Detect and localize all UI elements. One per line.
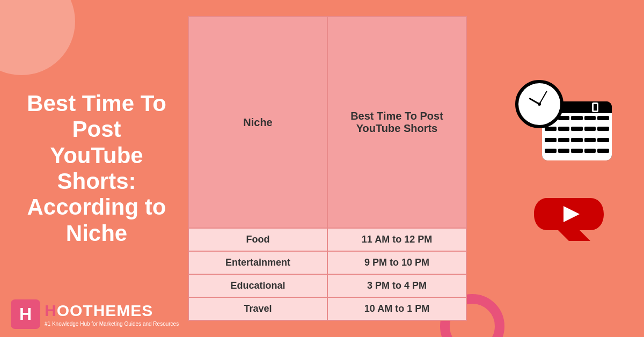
main-title: Best Time To Post YouTube Shorts: Accord… xyxy=(27,91,166,246)
brand-logo-h: H xyxy=(45,302,57,319)
cal-dot xyxy=(558,149,570,153)
niche-cell: Entertainment xyxy=(189,252,328,274)
header-niche-label: Niche xyxy=(243,116,272,129)
brand-tagline: #1 Knowledge Hub for Marketing Guides an… xyxy=(45,321,179,327)
cal-dot xyxy=(584,116,596,120)
cal-dot xyxy=(571,116,583,120)
brand-name: HOOTHEMES xyxy=(45,302,179,320)
niche-cell: Food xyxy=(189,229,328,251)
clock-center-dot xyxy=(538,102,541,106)
cal-dot xyxy=(597,149,609,153)
time-cell: 3 PM to 4 PM xyxy=(328,275,466,297)
table-row: Educational 3 PM to 4 PM xyxy=(189,275,466,298)
brand-name-rest: OOTHEMES xyxy=(57,302,153,319)
youtube-shorts-icon xyxy=(521,182,606,257)
calendar-knob-right xyxy=(592,102,598,112)
data-table: Niche Best Time To Post YouTube Shorts F… xyxy=(188,16,467,321)
niche-value: Travel xyxy=(244,303,272,314)
cal-dot xyxy=(545,127,557,131)
right-section xyxy=(494,0,633,337)
yt-shorts-svg xyxy=(521,182,606,257)
cal-dot xyxy=(597,138,609,142)
table-body: Food 11 AM to 12 PM Entertainment 9 PM t… xyxy=(189,229,466,320)
cal-dot xyxy=(571,138,583,142)
table-row: Travel 10 AM to 1 PM xyxy=(189,298,466,320)
cal-dot xyxy=(545,138,557,142)
cal-dot xyxy=(545,149,557,153)
left-section: Best Time To Post YouTube Shorts: Accord… xyxy=(16,0,177,337)
cal-dot xyxy=(571,149,583,153)
brand-text-wrapper: HOOTHEMES #1 Knowledge Hub for Marketing… xyxy=(45,302,179,327)
cal-dot xyxy=(584,138,596,142)
cal-dot xyxy=(584,149,596,153)
time-cell: 11 AM to 12 PM xyxy=(328,229,466,251)
cal-dot xyxy=(584,127,596,131)
time-value: 10 AM to 1 PM xyxy=(364,303,429,314)
cal-dot xyxy=(597,116,609,120)
brand-logo: H xyxy=(11,299,40,329)
time-cell: 9 PM to 10 PM xyxy=(328,252,466,274)
cal-dot xyxy=(558,138,570,142)
table-header-row: Niche Best Time To Post YouTube Shorts xyxy=(189,17,466,229)
niche-cell: Educational xyxy=(189,275,328,297)
cal-dot xyxy=(571,127,583,131)
clock-face xyxy=(518,83,560,125)
cal-dot xyxy=(558,127,570,131)
time-cell: 10 AM to 1 PM xyxy=(328,298,466,320)
niche-value: Entertainment xyxy=(225,257,290,268)
clock-icon xyxy=(515,80,564,128)
table-row: Entertainment 9 PM to 10 PM xyxy=(189,252,466,275)
header-time-cell: Best Time To Post YouTube Shorts xyxy=(328,17,466,228)
niche-value: Food xyxy=(246,234,270,245)
time-value: 11 AM to 12 PM xyxy=(362,234,432,245)
niche-cell: Travel xyxy=(189,298,328,320)
brand-logo-letter: H xyxy=(19,304,32,324)
clock-calendar-icon xyxy=(515,80,612,160)
center-section: Niche Best Time To Post YouTube Shorts F… xyxy=(188,16,467,321)
time-value: 9 PM to 10 PM xyxy=(364,257,429,268)
time-value: 3 PM to 4 PM xyxy=(367,280,427,291)
niche-value: Educational xyxy=(230,280,285,291)
brand-section: H HOOTHEMES #1 Knowledge Hub for Marketi… xyxy=(11,299,179,329)
header-time-label: Best Time To Post YouTube Shorts xyxy=(333,110,460,135)
header-niche-cell: Niche xyxy=(189,17,328,228)
table-row: Food 11 AM to 12 PM xyxy=(189,229,466,252)
cal-dot xyxy=(597,127,609,131)
